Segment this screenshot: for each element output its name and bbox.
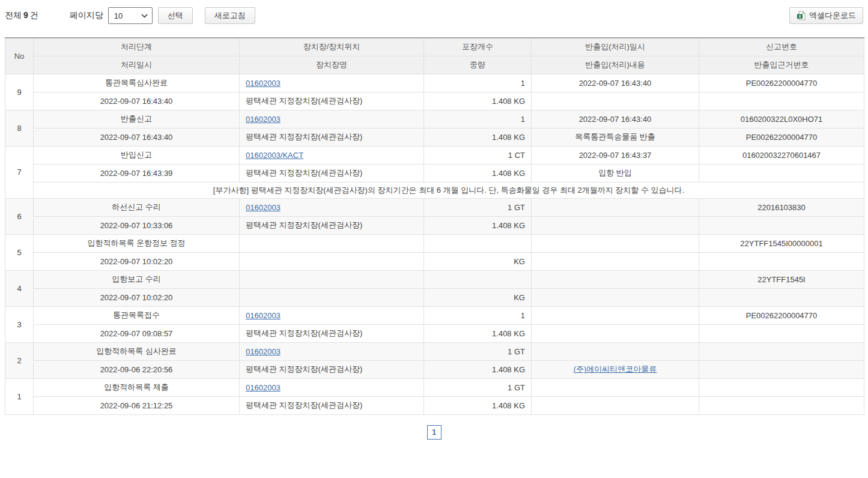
process-datetime: 2022-09-07 16:43:39 [34,164,240,182]
excel-download-button[interactable]: X 엑셀다운로드 [789,7,863,24]
warehouse-name: 평택세관 지정장치장(세관검사장) [240,360,424,378]
header-package-count: 포장개수 [424,38,532,56]
inout-content: (주)에이씨티앤코아물류 [532,360,699,378]
inout-datetime [532,342,699,360]
weight: KG [424,252,532,270]
row-number: 6 [5,198,34,234]
report-number: 22YTFF1545I00000001 [699,234,864,252]
row-number: 4 [5,270,34,306]
basis-number [699,216,864,234]
warehouse-location: 01602003 [240,110,424,128]
table-row: 2022-09-07 16:43:40평택세관 지정장치장(세관검사장)1.40… [5,92,864,110]
process-stage: 하선신고 수리 [34,198,240,216]
process-datetime: 2022-09-07 09:08:57 [34,324,240,342]
warehouse-name: 평택세관 지정장치장(세관검사장) [240,128,424,146]
basis-number [699,92,864,110]
basis-number [699,252,864,270]
weight: 1.408 KG [424,360,532,378]
warehouse-code-link[interactable]: 01602003 [246,79,281,88]
table-row: 7반입신고01602003/KACT1 CT2022-09-07 16:43:3… [5,146,864,164]
excel-button-label: 엑셀다운로드 [809,10,856,21]
header-warehouse-name: 장치장명 [240,56,424,74]
inout-datetime: 2022-09-07 16:43:40 [532,74,699,92]
table-row: 2022-09-06 21:12:25평택세관 지정장치장(세관검사장)1.40… [5,396,864,414]
table-row: 2입항적하목록 심사완료016020031 GT [5,342,864,360]
inout-datetime [532,270,699,288]
package-count: 1 GT [424,198,532,216]
warehouse-location [240,234,424,252]
warehouse-location: 01602003 [240,198,424,216]
warehouse-code-link[interactable]: 01602003 [246,203,281,212]
basis-number: PE00262200004770 [699,128,864,146]
process-stage: 통관목록심사완료 [34,74,240,92]
inout-datetime [532,306,699,324]
report-number: 22YTFF1545I [699,270,864,288]
header-basis-number: 반출입근거번호 [699,56,864,74]
per-page-select[interactable]: 10 [108,7,153,24]
carrier-link[interactable]: (주)에이씨티앤코아물류 [574,365,657,374]
inout-datetime [532,378,699,396]
header-inout-datetime: 반출입(처리)일시 [532,38,699,56]
warehouse-name: 평택세관 지정장치장(세관검사장) [240,164,424,182]
warehouse-location [240,270,424,288]
warehouse-code-link[interactable]: 01602003 [246,311,281,320]
svg-text:X: X [798,14,801,19]
table-body: 9통관목록심사완료0160200312022-09-07 16:43:40PE0… [5,74,864,414]
process-datetime: 2022-09-07 10:02:20 [34,252,240,270]
warehouse-location: 01602003 [240,342,424,360]
header-no: No [5,38,34,74]
process-stage: 입항적하목록 제출 [34,378,240,396]
inout-content [532,216,699,234]
chevron-down-icon [141,14,148,18]
process-stage: 통관목록접수 [34,306,240,324]
cargo-progress-table: No 처리단계 장치장/장치위치 포장개수 반출입(처리)일시 신고번호 처리일… [5,37,864,415]
per-page-selected-value: 10 [114,11,123,20]
weight: 1.408 KG [424,92,532,110]
process-stage: 입항보고 수리 [34,270,240,288]
header-weight: 중량 [424,56,532,74]
table-row: 2022-09-07 10:02:20KG [5,288,864,306]
table-row: 2022-09-07 10:33:06평택세관 지정장치장(세관검사장)1.40… [5,216,864,234]
inout-content [532,92,699,110]
warehouse-code-link[interactable]: 01602003/KACT [246,151,303,160]
row-number: 1 [5,378,34,414]
report-number: PE00262200004770 [699,306,864,324]
warehouse-name: 평택세관 지정장치장(세관검사장) [240,92,424,110]
table-row: 5입항적하목록 운항정보 정정22YTFF1545I00000001 [5,234,864,252]
warehouse-location: 01602003 [240,378,424,396]
weight: 1.408 KG [424,324,532,342]
process-datetime: 2022-09-06 22:20:56 [34,360,240,378]
process-stage: 입항적하목록 심사완료 [34,342,240,360]
refresh-button[interactable]: 새로고침 [205,7,255,24]
warehouse-code-link[interactable]: 01602003 [246,115,281,124]
table-row: 2022-09-07 09:08:57평택세관 지정장치장(세관검사장)1.40… [5,324,864,342]
package-count: 1 [424,110,532,128]
report-number: 016020032270601467 [699,146,864,164]
table-row: 8반출신고0160200312022-09-07 16:43:400160200… [5,110,864,128]
warehouse-code-link[interactable]: 01602003 [246,383,281,392]
warehouse-code-link[interactable]: 01602003 [246,347,281,356]
select-button[interactable]: 선택 [158,7,193,24]
pagination: 1 [0,425,868,440]
weight: 1.408 KG [424,216,532,234]
table-row: 2022-09-06 22:20:56평택세관 지정장치장(세관검사장)1.40… [5,360,864,378]
table-row: 2022-09-07 16:43:40평택세관 지정장치장(세관검사장)1.40… [5,128,864,146]
warehouse-name: 평택세관 지정장치장(세관검사장) [240,324,424,342]
table-row: 1입항적하목록 제출016020031 GT [5,378,864,396]
basis-number [699,164,864,182]
inout-datetime: 2022-09-07 16:43:40 [532,110,699,128]
excel-icon: X [797,11,806,20]
table-row: 3통관목록접수016020031PE00262200004770 [5,306,864,324]
row-number: 5 [5,234,34,270]
basis-number [699,324,864,342]
page-1-button[interactable]: 1 [427,425,442,440]
table-row: 9통관목록심사완료0160200312022-09-07 16:43:40PE0… [5,74,864,92]
inout-content: 목록통관특송물품 반출 [532,128,699,146]
warehouse-name: 평택세관 지정장치장(세관검사장) [240,396,424,414]
package-count [424,270,532,288]
report-number: PE00262200004770 [699,74,864,92]
table-row: 2022-09-07 10:02:20KG [5,252,864,270]
table-row: 6하선신고 수리016020031 GT22016103830 [5,198,864,216]
header-inout-content: 반출입(처리)내용 [532,56,699,74]
process-stage: 반출신고 [34,110,240,128]
